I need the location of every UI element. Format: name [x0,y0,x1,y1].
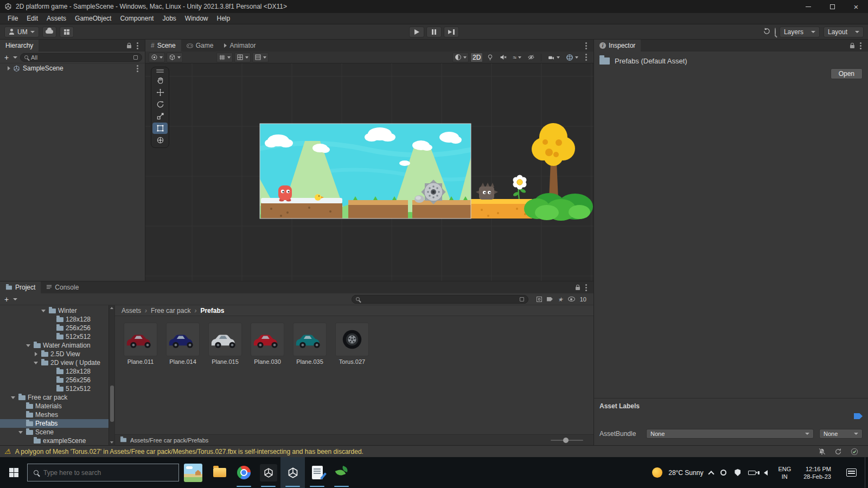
toggle-2d-button[interactable]: 2D [470,53,483,62]
close-button[interactable] [844,0,868,13]
open-button[interactable]: Open [831,68,863,79]
view-options-dropdown[interactable] [167,53,183,62]
asset-item[interactable]: Plane.030 [250,323,285,365]
tray-volume-icon[interactable] [762,468,770,477]
search-options-icon[interactable] [520,297,524,301]
hidden-count-eye-icon[interactable] [568,297,575,301]
weather-label[interactable]: 28°C Sunny [668,469,703,477]
tab-project[interactable]: Project [0,281,41,293]
news-widget-thumbnail[interactable] [184,464,202,482]
lock-icon[interactable] [127,45,131,48]
hierarchy-search-input[interactable]: All [20,53,142,62]
rect-tool-button[interactable] [152,123,168,134]
taskbar-search-input[interactable] [43,469,152,477]
menu-assets[interactable]: Assets [42,13,71,24]
add-gameobject-button[interactable] [3,53,10,62]
menu-help[interactable]: Help [213,13,235,24]
asset-item[interactable]: Torus.027 [335,323,369,365]
folder-item[interactable]: Materials [0,402,114,410]
panel-menu-icon[interactable] [137,45,138,47]
bushes-sprite[interactable] [524,193,593,221]
spike-enemy-sprite[interactable] [476,183,498,200]
tab-console[interactable]: Console [41,281,84,293]
assetbundle-variant-dropdown[interactable]: None [819,429,863,439]
transform-tool-button[interactable] [152,134,168,146]
search-by-label-icon[interactable] [547,297,553,301]
show-desktop-button[interactable] [865,457,868,488]
folder-item-selected[interactable]: Prefabs [0,419,114,428]
save-search-icon[interactable] [558,296,563,303]
scene-menu-icon[interactable] [585,56,587,58]
flower-sprite[interactable] [513,175,527,200]
step-button[interactable] [444,27,459,37]
scale-tool-button[interactable] [152,111,168,122]
search-button[interactable] [775,28,776,36]
thumbnail-size-slider[interactable] [551,440,583,441]
folder-item[interactable]: 512x512 [0,332,114,341]
foldout-arrow-icon[interactable] [8,66,10,70]
tray-shield-icon[interactable] [733,468,742,477]
taskbar-search[interactable] [27,464,179,481]
folder-item[interactable]: Scene [0,428,114,436]
package-manager-button[interactable] [60,27,74,37]
lock-icon[interactable] [576,287,580,290]
folder-item[interactable]: 256x256 [0,324,114,332]
audio-mute-toggle[interactable] [497,53,509,62]
pause-button[interactable] [426,27,442,37]
refresh-icon[interactable] [834,448,842,455]
account-dropdown[interactable]: UM [4,27,39,37]
taskbar-unity-hub[interactable] [256,457,280,488]
menu-gameobject[interactable]: GameObject [71,13,116,24]
scene-viewport[interactable] [145,63,593,281]
view-tool-button[interactable] [152,75,168,86]
scene-visibility-toggle[interactable] [525,53,537,62]
tab-hierarchy[interactable]: Hierarchy [0,40,39,52]
create-asset-button[interactable] [3,295,10,304]
effects-dropdown[interactable] [510,53,524,62]
grid-snapping-dropdown[interactable] [234,53,251,62]
tab-animator[interactable]: Animator [219,40,261,52]
asset-item[interactable]: Plane.014 [165,323,200,365]
folder-item[interactable]: Winter [0,306,114,315]
tab-scene[interactable]: #Scene [145,40,181,52]
minimize-button[interactable] [796,0,820,13]
scroll-down-icon[interactable] [110,441,113,444]
undo-history-button[interactable] [763,27,771,37]
slider-knob[interactable] [563,438,569,443]
tray-battery-icon[interactable] [748,468,756,477]
folder-item[interactable]: 2D view ( Update [0,358,114,367]
layers-dropdown[interactable]: Layers [780,27,820,37]
taskbar-unity-editor[interactable] [280,457,305,488]
action-center-icon[interactable] [846,468,857,477]
assetbundle-dropdown[interactable]: None [646,429,814,439]
saw-blade-sprite[interactable] [421,179,445,204]
menu-jobs[interactable]: Jobs [158,13,180,24]
snap-increment-dropdown[interactable] [252,53,269,62]
activity-ok-icon[interactable] [851,448,858,455]
breadcrumb-mid[interactable]: Free car pack [151,307,190,314]
folder-item[interactable]: 2.5D View [0,350,114,358]
folder-item[interactable]: 512x512 [0,384,114,393]
hierarchy-item-samplescene[interactable]: SampleScene [0,63,145,73]
warning-message[interactable]: A polygon of Mesh 'Torus.027' in Assets/… [15,448,363,455]
folder-item[interactable]: exampleScene [0,436,114,445]
taskbar-plant-app[interactable] [329,457,354,488]
scene-lighting-toggle[interactable] [484,53,496,62]
tab-game[interactable]: Game [181,40,219,52]
folder-item[interactable]: Meshes [0,410,114,419]
menu-component[interactable]: Component [116,13,158,24]
folder-item[interactable]: 256x256 [0,376,114,384]
asset-item[interactable]: Plane.011 [123,323,158,365]
folder-item[interactable]: Water Animation [0,341,114,350]
play-button[interactable] [409,27,424,37]
folder-item[interactable]: 128x128 [0,367,114,376]
maximize-button[interactable] [820,0,844,13]
create-dropdown-icon[interactable] [13,298,17,300]
search-options-icon[interactable] [133,55,138,60]
menu-window[interactable]: Window [181,13,213,24]
panel-menu-icon[interactable] [585,45,587,47]
menu-edit[interactable]: Edit [22,13,42,24]
camera-settings-dropdown[interactable] [545,53,562,62]
taskbar-file-explorer[interactable] [207,457,232,488]
breadcrumb-leaf[interactable]: Prefabs [200,307,224,314]
